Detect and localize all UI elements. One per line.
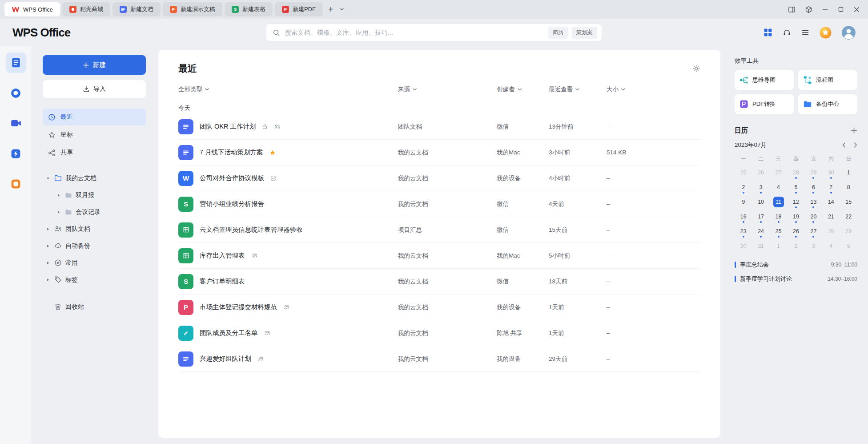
calendar-event[interactable]: 季度总结会9:30–11:00 bbox=[735, 258, 857, 271]
file-row[interactable]: P市场主体登记提交材料规范我的云文档我的设备1天前– bbox=[178, 295, 700, 320]
calendar-day[interactable]: 26 bbox=[752, 165, 769, 180]
titlebar-tab[interactable]: S新建表格 bbox=[225, 2, 273, 16]
calendar-day[interactable]: 20 bbox=[805, 209, 822, 224]
rail-item-meetings[interactable] bbox=[6, 113, 26, 133]
sidebar-tree-item[interactable]: 团队文档 bbox=[43, 221, 146, 237]
rail-item-apps[interactable] bbox=[6, 174, 26, 194]
maximize-button[interactable] bbox=[838, 6, 844, 12]
file-row[interactable]: 兴趣爱好组队计划我的云文档我的设备29天前– bbox=[178, 346, 700, 372]
file-row[interactable]: W公司对外合作协议模板我的云文档我的设备4小时前– bbox=[178, 165, 700, 191]
filter-dropdown[interactable]: 创建者 bbox=[497, 85, 549, 93]
search-input[interactable] bbox=[285, 29, 544, 36]
next-month-button[interactable] bbox=[854, 142, 857, 148]
rail-item-documents[interactable] bbox=[6, 52, 26, 73]
tool-mindmap[interactable]: 思维导图 bbox=[735, 70, 794, 90]
calendar-day[interactable]: 29 bbox=[805, 165, 822, 180]
calendar-day[interactable]: 9 bbox=[735, 194, 752, 209]
tool-flowchart[interactable]: 流程图 bbox=[798, 70, 857, 90]
calendar-day[interactable]: 1 bbox=[770, 238, 787, 253]
app-grid-button[interactable] bbox=[764, 28, 772, 37]
sidebar-item-trash[interactable]: 回收站 bbox=[43, 299, 146, 315]
prev-month-button[interactable] bbox=[842, 142, 846, 148]
calendar-day[interactable]: 8 bbox=[840, 180, 857, 194]
calendar-day[interactable]: 10 bbox=[752, 194, 769, 209]
calendar-day[interactable]: 29 bbox=[840, 224, 857, 238]
calendar-day[interactable]: 3 bbox=[752, 180, 769, 194]
support-button[interactable] bbox=[783, 28, 791, 37]
calendar-day[interactable]: 13 bbox=[805, 194, 822, 209]
titlebar-tab[interactable]: WPS Office bbox=[4, 2, 60, 16]
filter-dropdown[interactable]: 全部类型 bbox=[178, 85, 398, 93]
menu-button[interactable] bbox=[801, 28, 809, 36]
file-row[interactable]: S客户订单明细表我的云文档微信18天前– bbox=[178, 269, 700, 295]
file-row[interactable]: 7 月线下活动策划方案我的云文档我的Mac3小时前514 KB bbox=[178, 140, 700, 165]
titlebar-tab[interactable]: P新建PDF bbox=[275, 2, 323, 16]
calendar-day[interactable]: 25 bbox=[735, 165, 752, 180]
calendar-day[interactable]: 27 bbox=[805, 224, 822, 238]
sidebar-item-star[interactable]: 星标 bbox=[43, 126, 146, 143]
calendar-day[interactable]: 15 bbox=[840, 194, 857, 209]
new-document-button[interactable]: 新建 bbox=[43, 55, 146, 75]
calendar-day[interactable]: 2 bbox=[735, 180, 752, 194]
calendar-day[interactable]: 24 bbox=[752, 224, 769, 238]
calendar-day[interactable]: 23 bbox=[735, 224, 752, 238]
calendar-day[interactable]: 27 bbox=[770, 165, 787, 180]
calendar-day[interactable]: 14 bbox=[822, 194, 840, 209]
calendar-day[interactable]: 2 bbox=[787, 238, 804, 253]
calendar-event[interactable]: 新季度学习计划讨论14:30–16:00 bbox=[735, 273, 857, 285]
sidebar-tree-item[interactable]: 会议记录 bbox=[53, 204, 146, 220]
calendar-day[interactable]: 6 bbox=[805, 180, 822, 194]
search-tag[interactable]: 策划案 bbox=[572, 27, 598, 39]
user-avatar[interactable] bbox=[842, 26, 856, 40]
sidebar-item-share[interactable]: 共享 bbox=[43, 144, 146, 161]
filter-dropdown[interactable]: 来源 bbox=[398, 85, 497, 93]
filter-dropdown[interactable]: 大小 bbox=[607, 85, 700, 93]
calendar-day[interactable]: 7 bbox=[822, 180, 840, 194]
import-button[interactable]: 导入 bbox=[43, 80, 146, 98]
calendar-day[interactable]: 31 bbox=[752, 238, 769, 253]
filter-dropdown[interactable]: 最近查看 bbox=[549, 85, 607, 93]
search-bar[interactable]: 简历策划案 bbox=[266, 24, 602, 41]
tool-pdf-convert[interactable]: PDF转换 bbox=[735, 94, 794, 114]
calendar-day[interactable]: 21 bbox=[822, 209, 840, 224]
close-button[interactable] bbox=[853, 6, 860, 13]
settings-button[interactable] bbox=[692, 65, 700, 73]
calendar-day[interactable]: 3 bbox=[805, 238, 822, 253]
calendar-day[interactable]: 12 bbox=[787, 194, 804, 209]
sidebar-item-clock[interactable]: 最近 bbox=[43, 109, 146, 125]
sidebar-tree-item[interactable]: 我的云文档 bbox=[43, 170, 146, 186]
tab-list-button[interactable] bbox=[339, 8, 345, 11]
sidebar-toggle-button[interactable] bbox=[788, 6, 796, 13]
new-tab-button[interactable]: + bbox=[326, 5, 336, 14]
file-row[interactable]: 库存出入管理表我的云文档我的Mac5小时前– bbox=[178, 243, 700, 269]
sidebar-tree-item[interactable]: 自动备份 bbox=[43, 238, 146, 254]
calendar-day[interactable]: 4 bbox=[822, 238, 840, 253]
calendar-day[interactable]: 26 bbox=[787, 224, 804, 238]
calendar-day[interactable]: 11 bbox=[770, 194, 787, 209]
sidebar-tree-item[interactable]: 双月报 bbox=[53, 187, 146, 203]
calendar-day[interactable]: 30 bbox=[822, 165, 840, 180]
calendar-day[interactable]: 5 bbox=[840, 238, 857, 253]
add-event-button[interactable] bbox=[851, 127, 857, 134]
calendar-day[interactable]: 19 bbox=[787, 209, 804, 224]
minimize-button[interactable] bbox=[822, 6, 828, 13]
calendar-day[interactable]: 4 bbox=[770, 180, 787, 194]
calendar-day[interactable]: 25 bbox=[770, 224, 787, 238]
tool-backup-center[interactable]: 备份中心 bbox=[798, 94, 857, 114]
calendar-day[interactable]: 18 bbox=[770, 209, 787, 224]
file-row[interactable]: 云文档管理员信息统计表管理器验收项目汇总微信15天前– bbox=[178, 217, 700, 243]
workspace-button[interactable] bbox=[805, 6, 812, 13]
calendar-day[interactable]: 30 bbox=[735, 238, 752, 253]
sidebar-tree-item[interactable]: 标签 bbox=[43, 271, 146, 288]
rail-item-messages[interactable] bbox=[6, 83, 26, 103]
file-row[interactable]: S营销小组业绩分析报告我的云文档微信4天前– bbox=[178, 191, 700, 217]
search-tag[interactable]: 简历 bbox=[548, 27, 568, 39]
titlebar-tab[interactable]: P新建演示文稿 bbox=[163, 2, 222, 16]
calendar-day[interactable]: 1 bbox=[840, 165, 857, 180]
membership-badge[interactable] bbox=[820, 27, 832, 39]
titlebar-tab[interactable]: 稻壳商城 bbox=[62, 2, 110, 16]
file-row[interactable]: 团队 OKR 工作计划团队文档微信13分钟前– bbox=[178, 114, 700, 140]
calendar-day[interactable]: 22 bbox=[840, 209, 857, 224]
calendar-day[interactable]: 5 bbox=[787, 180, 804, 194]
rail-item-cloud[interactable] bbox=[6, 143, 26, 164]
